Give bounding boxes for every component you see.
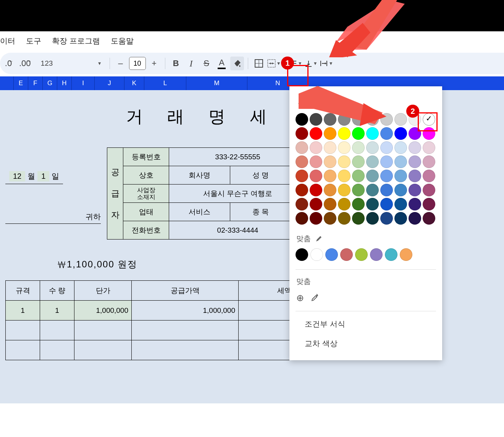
menu-tools[interactable]: 도구	[26, 36, 41, 46]
col-K[interactable]: K	[124, 76, 144, 90]
number-format-dropdown[interactable]: 123▼	[37, 57, 106, 70]
text-color-button[interactable]: A	[215, 57, 229, 70]
fill-color-button[interactable]	[230, 57, 244, 70]
color-swatch[interactable]	[394, 113, 407, 126]
table-row[interactable]: 1 1 1,000,000 1,000,000	[6, 301, 330, 320]
color-swatch[interactable]	[296, 155, 308, 168]
custom-color-swatch[interactable]	[296, 248, 308, 261]
color-swatch[interactable]	[324, 155, 336, 168]
color-swatch[interactable]	[310, 184, 322, 196]
color-swatch[interactable]	[338, 127, 351, 140]
custom-color-swatch[interactable]	[400, 248, 412, 261]
borders-button[interactable]	[252, 57, 266, 70]
color-swatch[interactable]	[394, 155, 407, 168]
color-swatch[interactable]	[409, 198, 421, 210]
col-H[interactable]: H	[57, 76, 72, 90]
custom-color-swatch[interactable]	[340, 248, 353, 261]
color-swatch[interactable]	[380, 127, 393, 140]
color-swatch[interactable]	[366, 127, 379, 140]
col-M[interactable]: M	[186, 76, 247, 90]
bold-button[interactable]: B	[169, 57, 183, 70]
color-swatch[interactable]	[394, 212, 407, 225]
value-addr[interactable]: 서울시 무슨구 여행로	[169, 185, 307, 203]
color-swatch[interactable]	[352, 198, 365, 210]
add-color-button[interactable]: ⊕	[296, 293, 304, 303]
value-company[interactable]: 회사명	[169, 166, 230, 185]
value-biztype[interactable]: 서비스	[169, 203, 230, 221]
color-swatch[interactable]	[423, 198, 435, 210]
color-swatch[interactable]	[409, 155, 421, 168]
fontsize-decrease-button[interactable]: –	[114, 57, 128, 70]
color-swatch[interactable]	[409, 212, 421, 225]
menu-help[interactable]: 도움말	[111, 36, 134, 46]
color-swatch[interactable]	[352, 170, 365, 182]
color-swatch[interactable]	[366, 212, 379, 225]
color-swatch[interactable]	[310, 212, 322, 225]
color-swatch[interactable]	[310, 127, 322, 140]
menu-data[interactable]: 이터	[0, 36, 15, 46]
color-swatch[interactable]	[352, 155, 365, 168]
custom-color-swatch[interactable]	[370, 248, 383, 261]
decimal-increase-button[interactable]: .0←	[4, 57, 18, 70]
fontsize-increase-button[interactable]: +	[147, 57, 161, 70]
color-swatch[interactable]	[338, 155, 351, 168]
color-swatch[interactable]	[394, 141, 407, 154]
merge-cells-button[interactable]: ▼	[267, 57, 281, 70]
color-swatch[interactable]	[409, 184, 421, 196]
col-I[interactable]: I	[72, 76, 95, 90]
value-tel[interactable]: 02-333-4444	[169, 221, 307, 240]
color-swatch[interactable]	[324, 127, 336, 140]
custom-color-swatch[interactable]	[385, 248, 397, 261]
th-spec[interactable]: 규격	[6, 281, 40, 301]
col-G[interactable]: G	[43, 76, 57, 90]
color-swatch[interactable]	[324, 212, 336, 225]
color-swatch[interactable]	[324, 141, 336, 154]
col-blank[interactable]	[0, 76, 14, 90]
custom-color-swatch[interactable]	[325, 248, 338, 261]
color-swatch[interactable]	[352, 212, 365, 225]
color-swatch[interactable]	[394, 170, 407, 182]
color-swatch[interactable]	[409, 141, 421, 154]
color-swatch[interactable]	[394, 198, 407, 210]
table-row[interactable]	[6, 320, 330, 340]
pencil-icon[interactable]	[315, 235, 322, 242]
color-swatch[interactable]	[324, 198, 336, 210]
date-day[interactable]: 1	[37, 171, 49, 181]
col-F[interactable]: F	[28, 76, 43, 90]
color-swatch[interactable]	[380, 198, 393, 210]
color-swatch[interactable]	[338, 170, 351, 182]
color-swatch[interactable]	[423, 141, 435, 154]
color-swatch[interactable]	[394, 127, 407, 140]
color-swatch[interactable]	[409, 170, 421, 182]
color-swatch[interactable]	[380, 141, 393, 154]
color-swatch[interactable]	[310, 198, 322, 210]
color-swatch[interactable]	[324, 170, 336, 182]
italic-button[interactable]: I	[184, 57, 198, 70]
color-swatch[interactable]	[338, 198, 351, 210]
color-swatch[interactable]	[380, 170, 393, 182]
conditional-format-link[interactable]: 조건부 서식	[296, 314, 436, 334]
color-swatch[interactable]	[310, 155, 322, 168]
color-swatch[interactable]	[324, 184, 336, 196]
custom-color-swatch[interactable]	[355, 248, 368, 261]
color-swatch[interactable]	[366, 155, 379, 168]
color-swatch[interactable]	[366, 141, 379, 154]
strikethrough-button[interactable]: S	[200, 57, 213, 70]
color-swatch[interactable]	[296, 184, 308, 196]
color-swatch[interactable]	[394, 184, 407, 196]
color-swatch[interactable]	[366, 198, 379, 210]
text-wrap-button[interactable]: ▼	[320, 57, 333, 70]
color-swatch[interactable]	[296, 212, 308, 225]
table-row[interactable]	[6, 340, 330, 360]
color-swatch[interactable]	[338, 184, 351, 196]
color-swatch[interactable]	[366, 184, 379, 196]
color-swatch[interactable]	[423, 184, 435, 196]
color-swatch[interactable]	[338, 141, 351, 154]
color-swatch[interactable]	[423, 212, 435, 225]
color-swatch[interactable]	[296, 141, 308, 154]
color-swatch[interactable]	[338, 212, 351, 225]
col-E[interactable]: E	[14, 76, 28, 90]
color-swatch[interactable]	[352, 127, 365, 140]
col-L[interactable]: L	[144, 76, 186, 90]
color-swatch[interactable]	[423, 170, 435, 182]
